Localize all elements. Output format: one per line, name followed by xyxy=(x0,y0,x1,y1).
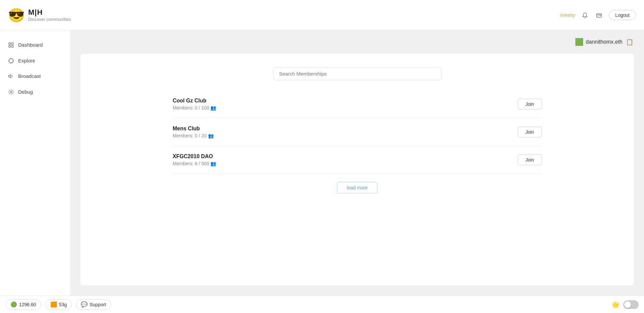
support-label: Support xyxy=(90,302,106,307)
balance-value: 1296.60 xyxy=(19,302,36,307)
support-icon: 💬 xyxy=(81,301,88,308)
sidebar-explore-label: Explore xyxy=(18,58,35,63)
load-more-wrapper: load more xyxy=(173,182,542,193)
community-name-1: Mens Club xyxy=(173,126,214,132)
load-more-button[interactable]: load more xyxy=(337,182,377,193)
sidebar-debug-label: Debug xyxy=(18,89,33,95)
dashboard-icon xyxy=(8,42,14,48)
search-memberships-input[interactable] xyxy=(274,67,441,80)
community-members-2: Members: 6 / 500 👥 xyxy=(173,161,216,166)
sun-icon: 🌟 xyxy=(611,301,620,309)
community-info-0: Cool Gz Club Members: 0 / 100 👥 xyxy=(173,98,216,110)
svg-rect-4 xyxy=(12,45,13,47)
community-info-1: Mens Club Members: 0 / 20 👥 xyxy=(173,126,214,138)
debug-icon xyxy=(8,89,14,95)
logo-text-area: M|H Discover communities xyxy=(28,8,71,22)
body-area: Dashboard Explore Broadcast xyxy=(0,30,644,296)
footer: 🟢 1296.60 🟧 53g 💬 Support 🌟 xyxy=(0,296,644,313)
user-address-area: 🟩 dannithomx.eth 📋 xyxy=(575,38,634,46)
balance-pill[interactable]: 🟢 1296.60 xyxy=(5,299,41,310)
network-label: rinkeby xyxy=(560,12,575,18)
sidebar-item-broadcast[interactable]: Broadcast xyxy=(0,69,70,84)
wallet-button[interactable] xyxy=(595,10,603,20)
table-row: Cool Gz Club Members: 0 / 100 👥 Join xyxy=(173,90,542,118)
storage-icon: 🟧 xyxy=(50,301,57,308)
community-name-2: XFGC2010 DAO xyxy=(173,153,216,160)
main-card: Cool Gz Club Members: 0 / 100 👥 Join Men… xyxy=(81,54,634,285)
logo-tagline: Discover communities xyxy=(28,17,71,22)
join-button-0[interactable]: Join xyxy=(518,99,542,109)
copy-address-button[interactable]: 📋 xyxy=(625,38,634,46)
logo-emoji: 😎 xyxy=(8,8,25,22)
logo-area: 😎 M|H Discover communities xyxy=(8,8,71,22)
header-right: rinkeby Logout xyxy=(560,10,636,20)
svg-rect-3 xyxy=(9,45,10,47)
svg-point-7 xyxy=(10,91,12,93)
footer-right: 🌟 xyxy=(611,300,639,309)
explore-icon xyxy=(8,57,14,64)
storage-pill[interactable]: 🟧 53g xyxy=(45,299,72,310)
svg-rect-2 xyxy=(12,43,13,44)
sidebar-broadcast-label: Broadcast xyxy=(18,73,41,79)
wallet-icon xyxy=(596,12,602,18)
table-row: XFGC2010 DAO Members: 6 / 500 👥 Join xyxy=(173,146,542,174)
balance-icon: 🟢 xyxy=(10,301,17,308)
user-address-text: dannithomx.eth xyxy=(586,39,623,45)
bell-icon xyxy=(582,12,588,18)
header: 😎 M|H Discover communities rinkeby Logou… xyxy=(0,0,644,30)
sidebar-item-explore[interactable]: Explore xyxy=(0,53,70,69)
logo-mh-text: M|H xyxy=(28,8,71,17)
svg-rect-0 xyxy=(597,13,602,17)
support-button[interactable]: 💬 Support xyxy=(76,299,111,310)
sidebar: Dashboard Explore Broadcast xyxy=(0,30,70,296)
sidebar-dashboard-label: Dashboard xyxy=(18,42,43,48)
footer-left: 🟢 1296.60 🟧 53g 💬 Support xyxy=(5,299,111,310)
sidebar-item-dashboard[interactable]: Dashboard xyxy=(0,37,70,53)
notification-bell-button[interactable] xyxy=(581,10,589,20)
main-top-bar: 🟩 dannithomx.eth 📋 xyxy=(70,30,644,54)
theme-toggle[interactable] xyxy=(623,300,639,309)
community-name-0: Cool Gz Club xyxy=(173,98,216,104)
table-row: Mens Club Members: 0 / 20 👥 Join xyxy=(173,118,542,146)
main-content: 🟩 dannithomx.eth 📋 Cool Gz Club Members xyxy=(70,30,644,296)
search-bar-wrapper xyxy=(274,67,441,80)
svg-rect-1 xyxy=(9,43,10,44)
community-info-2: XFGC2010 DAO Members: 6 / 500 👥 xyxy=(173,153,216,166)
community-members-1: Members: 0 / 20 👥 xyxy=(173,133,214,138)
community-members-0: Members: 0 / 100 👥 xyxy=(173,105,216,110)
sidebar-item-debug[interactable]: Debug xyxy=(0,84,70,100)
communities-list: Cool Gz Club Members: 0 / 100 👥 Join Men… xyxy=(173,90,542,193)
svg-marker-6 xyxy=(9,75,11,78)
storage-value: 53g xyxy=(59,302,67,307)
logout-button[interactable]: Logout xyxy=(609,10,636,20)
broadcast-icon xyxy=(8,73,14,80)
user-avatar: 🟩 xyxy=(575,38,583,46)
join-button-1[interactable]: Join xyxy=(518,127,542,137)
join-button-2[interactable]: Join xyxy=(518,154,542,165)
